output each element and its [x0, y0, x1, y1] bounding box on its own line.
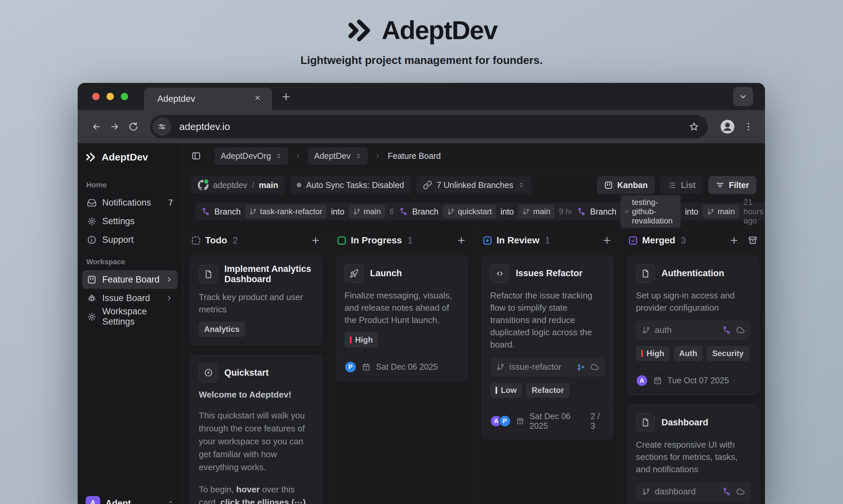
pull-request-add-icon[interactable]: [577, 362, 585, 371]
merged-status-icon: [629, 236, 637, 245]
card-branch-link[interactable]: auth: [636, 321, 751, 340]
card-title: Authentication: [661, 268, 724, 278]
card-description: Finalize messaging, visuals, and release…: [344, 289, 459, 326]
git-branch-icon: [642, 326, 650, 334]
branch-from-name: testing-github-revalidation: [632, 198, 676, 226]
sidebar: AdeptDev Home Notifications 7 Settings S…: [78, 143, 183, 504]
repo-pill[interactable]: adeptdev / main: [191, 176, 285, 194]
browser-menu-icon[interactable]: [741, 119, 756, 134]
priority-bar: [496, 386, 497, 394]
url-bar[interactable]: adeptdev.io: [150, 115, 708, 138]
sidebar-item-workspace-settings[interactable]: Workspace Settings: [82, 307, 177, 326]
unlinked-branches-pill[interactable]: 7 Unlinked Branches: [416, 176, 532, 194]
archive-icon[interactable]: [748, 235, 758, 245]
add-card-icon[interactable]: [311, 235, 321, 245]
card-description: Refactor the issue tracking flow to simp…: [490, 289, 605, 351]
card-dashboard[interactable]: Dashboard Create responsive UI with sect…: [627, 405, 759, 504]
breadcrumb-project-selector[interactable]: AdeptDev: [308, 147, 368, 165]
minimize-window-button[interactable]: [106, 93, 114, 100]
git-merge-icon[interactable]: [722, 487, 731, 496]
sidebar-item-issue-board[interactable]: Issue Board: [82, 289, 177, 307]
branch-to-name: main: [364, 207, 381, 216]
close-window-button[interactable]: [92, 93, 100, 100]
forward-button[interactable]: [105, 118, 124, 136]
branch-event[interactable]: Branch testing-github-revalidation into …: [571, 203, 765, 220]
branch-event-time: 21 hours ago: [743, 198, 763, 226]
tag-auth: Auth: [674, 346, 703, 361]
card-quickstart[interactable]: Quickstart Welcome to Adeptdev! This qui…: [190, 355, 322, 504]
branch-to-pill[interactable]: main: [703, 204, 739, 218]
repo-name: adeptdev: [213, 180, 247, 190]
sidebar-item-support[interactable]: Support: [82, 231, 177, 249]
git-merge-icon[interactable]: [722, 326, 731, 335]
view-kanban-button[interactable]: Kanban: [597, 176, 655, 194]
card-issues-refactor[interactable]: Issues Refactor Refactor the issue track…: [482, 256, 613, 439]
repo-status-dot: [203, 178, 209, 185]
window-chevron-button[interactable]: [733, 87, 753, 106]
sidebar-item-feature-board[interactable]: Feature Board: [82, 270, 177, 289]
breadcrumb-org: AdeptDevOrg: [221, 151, 271, 161]
sidebar-item-settings[interactable]: Settings: [82, 212, 177, 231]
branch-event-label: Branch: [590, 207, 616, 217]
browser-tabstrip: Adeptdev: [78, 83, 765, 110]
sidebar-section-home: Home: [86, 181, 174, 189]
calendar-icon: [653, 376, 662, 385]
breadcrumb-org-selector[interactable]: AdeptDevOrg: [215, 147, 288, 165]
browser-profile-avatar[interactable]: [719, 118, 737, 136]
cloud-icon[interactable]: [590, 362, 599, 371]
assignee-avatar: P: [499, 415, 511, 427]
sync-status-pill[interactable]: Auto Sync Tasks: Disabled: [290, 176, 411, 194]
branch-to-pill[interactable]: main: [518, 204, 555, 218]
branch-from-pill[interactable]: quickstart: [443, 204, 496, 218]
file-icon: [199, 265, 218, 284]
branch-to-pill[interactable]: main: [349, 204, 385, 218]
tag-refactor: Refactor: [527, 383, 569, 398]
card-implement-analytics[interactable]: Implement Analytics Dashboard Track key …: [190, 256, 322, 345]
sidebar-user-menu[interactable]: A Adept: [83, 494, 177, 504]
chevrons-updown-icon: [518, 181, 525, 189]
bug-icon: [87, 293, 97, 303]
bookmark-star-icon[interactable]: [686, 119, 702, 134]
filter-button[interactable]: Filter: [708, 176, 756, 194]
calendar-icon: [362, 362, 371, 371]
browser-tab[interactable]: Adeptdev: [144, 88, 272, 110]
hero-logo: AdeptDev: [0, 15, 843, 46]
site-settings-icon[interactable]: [153, 118, 171, 136]
sidebar-item-notifications[interactable]: Notifications 7: [82, 193, 177, 212]
notifications-badge: 7: [168, 198, 173, 208]
card-authentication[interactable]: Authentication Set up sign-in access and…: [627, 256, 759, 395]
git-branch-icon: [202, 207, 210, 216]
add-card-icon[interactable]: [729, 235, 739, 245]
chevron-right-icon: [166, 276, 173, 283]
view-list-button[interactable]: List: [660, 176, 703, 194]
sidebar-item-label: Notifications: [102, 198, 151, 208]
back-button[interactable]: [87, 118, 105, 136]
reload-button[interactable]: [124, 118, 143, 136]
git-branch-icon: [447, 208, 454, 215]
branch-from-pill[interactable]: testing-github-revalidation: [621, 195, 681, 228]
column-in-review: In Review 1 Issues Refactor Refacto: [474, 227, 619, 504]
list-icon: [667, 181, 676, 190]
new-tab-button[interactable]: [281, 91, 291, 102]
card-description: Create responsive UI with sections for m…: [636, 439, 751, 475]
sidebar-logo[interactable]: AdeptDev: [78, 143, 182, 170]
card-launch[interactable]: Launch Finalize messaging, visuals, and …: [336, 256, 468, 381]
git-branch-icon: [577, 207, 586, 216]
tab-close-icon[interactable]: [254, 94, 263, 104]
kanban-icon: [604, 181, 613, 190]
breadcrumb-current: Feature Board: [388, 151, 441, 161]
branch-into-label: into: [331, 207, 344, 217]
cloud-icon[interactable]: [736, 326, 745, 335]
filter-label: Filter: [729, 180, 749, 190]
sidebar-toggle-icon[interactable]: [191, 151, 201, 161]
maximize-window-button[interactable]: [121, 93, 128, 100]
chevron-right-icon: [374, 152, 381, 159]
add-card-icon[interactable]: [457, 235, 466, 245]
cloud-icon[interactable]: [736, 487, 745, 496]
branch-from-pill[interactable]: task-rank-refactor: [245, 204, 327, 218]
git-branch-icon: [707, 208, 714, 215]
card-branch-link[interactable]: issue-refactor: [490, 357, 605, 377]
column-header: In Progress 1: [336, 235, 468, 246]
card-branch-link[interactable]: dashboard: [636, 482, 751, 501]
add-card-icon[interactable]: [602, 235, 612, 245]
